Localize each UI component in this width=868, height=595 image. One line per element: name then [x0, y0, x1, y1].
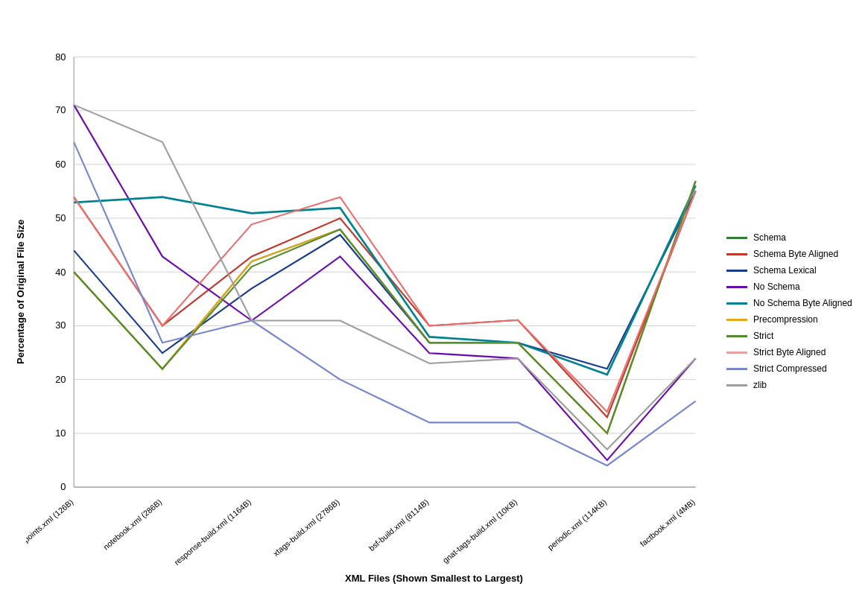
series-zlib	[74, 105, 695, 450]
x-label-1: notebook.xml (286B)	[101, 497, 163, 552]
legend-label: Precompression	[753, 314, 818, 325]
legend-color-line	[726, 237, 747, 239]
x-label-3: xtags-build.xml (2786B)	[271, 497, 341, 558]
y-tick-60: 60	[55, 159, 66, 170]
legend-color-line	[726, 286, 747, 288]
legend-item: Precompression	[726, 314, 861, 325]
x-label-7: factbook.xml (4MB)	[639, 497, 697, 548]
legend-label: No Schema	[753, 281, 800, 292]
legend-color-line	[726, 253, 747, 255]
y-tick-0: 0	[60, 481, 66, 492]
legend-color-line	[726, 351, 747, 354]
legend-color-line	[726, 384, 747, 386]
y-axis-label: Percentage of Original File Size	[11, 15, 26, 569]
x-label-2: response-build.xml (1164B)	[172, 497, 253, 567]
legend-item: No Schema Byte Aligned	[726, 298, 861, 308]
chart-container: Percentage of Original File Size	[0, 0, 868, 595]
x-label-4: bsf-build.xml (8114B)	[367, 497, 431, 553]
series-strict	[74, 181, 695, 433]
chart-and-legend: 80 70 60 50 40 30 20 10 0	[26, 15, 861, 569]
legend: SchemaSchema Byte AlignedSchema LexicalN…	[712, 15, 861, 569]
legend-label: Schema Lexical	[753, 265, 817, 276]
x-label-0: points.xml (126B)	[26, 497, 75, 544]
legend-item: Strict Compressed	[726, 363, 861, 374]
x-label-6: periodic.xml (114KB)	[545, 497, 608, 552]
series-schema	[74, 181, 695, 433]
legend-color-line	[726, 368, 747, 370]
y-tick-80: 80	[55, 51, 66, 63]
x-label-5: gnat-tags-build.xml (10KB)	[441, 497, 519, 565]
legend-color-line	[726, 335, 747, 337]
y-tick-20: 20	[55, 374, 66, 385]
legend-item: Strict Byte Aligned	[726, 347, 861, 357]
legend-label: Schema Byte Aligned	[753, 249, 838, 259]
legend-label: No Schema Byte Aligned	[753, 298, 852, 308]
legend-label: Schema	[753, 232, 786, 243]
y-tick-30: 30	[55, 319, 66, 331]
y-tick-40: 40	[55, 267, 66, 278]
legend-color-line	[726, 302, 747, 305]
legend-color-line	[726, 270, 747, 272]
legend-label: Strict	[753, 331, 773, 341]
legend-item: Schema Lexical	[726, 265, 861, 276]
y-tick-50: 50	[55, 212, 66, 223]
y-tick-10: 10	[55, 427, 66, 439]
legend-label: zlib	[753, 380, 767, 390]
chart-area: Percentage of Original File Size	[7, 15, 861, 569]
series-no-schema-byte-aligned	[74, 185, 695, 375]
x-axis-label: XML Files (Shown Smallest to Largest)	[345, 573, 523, 584]
legend-color-line	[726, 319, 747, 321]
svg-wrapper: 80 70 60 50 40 30 20 10 0	[26, 15, 712, 569]
legend-item: Strict	[726, 331, 861, 341]
legend-label: Strict Byte Aligned	[753, 347, 826, 357]
legend-item: Schema Byte Aligned	[726, 249, 861, 259]
series-precompression	[74, 181, 695, 433]
legend-item: No Schema	[726, 281, 861, 292]
legend-item: Schema	[726, 232, 861, 243]
series-strict-byte-aligned	[74, 191, 695, 412]
y-tick-70: 70	[55, 104, 66, 115]
legend-label: Strict Compressed	[753, 363, 827, 374]
legend-item: zlib	[726, 380, 861, 390]
chart-svg: 80 70 60 50 40 30 20 10 0	[26, 15, 712, 569]
